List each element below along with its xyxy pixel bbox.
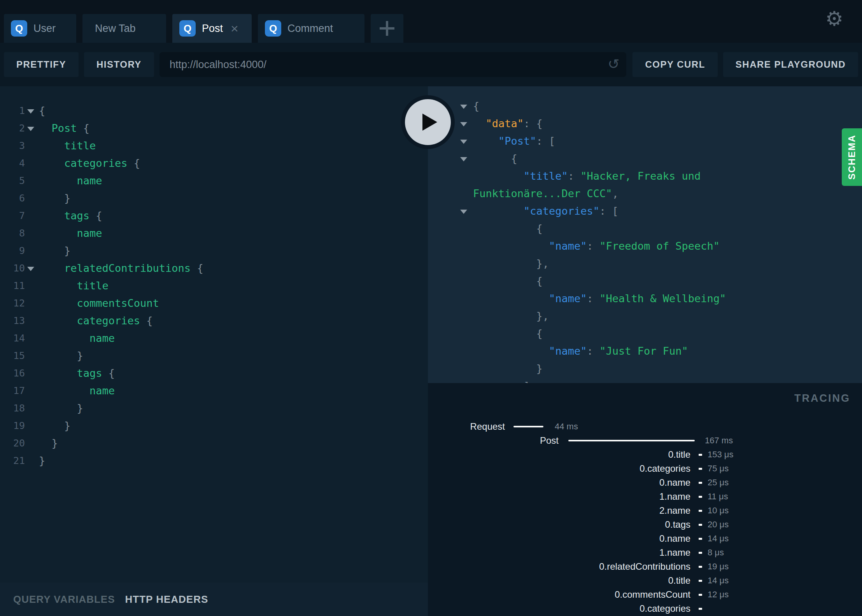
editor-line: 16tags { (0, 364, 428, 382)
response-line: "data": { (428, 115, 862, 132)
trace-label: 0.name (428, 533, 690, 544)
endpoint-url-input[interactable] (159, 52, 627, 77)
trace-dash-icon (699, 580, 702, 582)
trace-duration-value: 14 μs (708, 534, 729, 544)
collapse-arrow-icon[interactable] (460, 122, 467, 126)
line-number: 17 (0, 382, 25, 399)
collapse-arrow-icon[interactable] (460, 105, 467, 109)
close-tab-icon[interactable]: × (231, 22, 238, 35)
trace-dash-icon (699, 496, 702, 498)
editor-line: 4categories { (0, 154, 428, 172)
trace-label: 1.name (428, 491, 690, 502)
share-playground-button[interactable]: SHARE PLAYGROUND (723, 52, 858, 77)
query-pane: 1{2Post {3title4categories {5name6}7tags… (0, 86, 428, 616)
editor-line: 17name (0, 382, 428, 399)
fold-arrow-icon[interactable] (27, 267, 34, 271)
response-line: ] (428, 377, 862, 383)
trace-label: Post (428, 435, 559, 446)
tab-comment[interactable]: QComment (258, 14, 364, 43)
line-number: 3 (0, 137, 25, 154)
trace-duration-value: 44 ms (555, 422, 578, 432)
trace-row: 1.name8 μs (428, 546, 862, 560)
query-editor[interactable]: 1{2Post {3title4categories {5name6}7tags… (0, 86, 428, 583)
trace-label: 2.name (428, 505, 690, 516)
trace-row: 0.relatedContributions19 μs (428, 560, 862, 574)
query-badge: Q (179, 20, 196, 37)
trace-label: 0.relatedContributions (428, 561, 690, 572)
query-badge: Q (11, 20, 27, 37)
schema-tab[interactable]: SCHEMA (842, 128, 862, 186)
trace-row: 0.name25 μs (428, 476, 862, 490)
tab-user[interactable]: QUser (4, 14, 76, 43)
response-line: { (428, 220, 862, 237)
line-number: 4 (0, 154, 25, 172)
editor-line: 20} (0, 434, 428, 452)
trace-dash-icon (699, 552, 702, 554)
settings-gear-icon[interactable]: ⚙ (825, 9, 843, 29)
response-viewer[interactable]: {"data": {"Post": [{"title": "Hacker, Fr… (428, 86, 862, 383)
copy-curl-button[interactable]: COPY CURL (632, 52, 717, 77)
execute-query-button[interactable] (401, 95, 455, 149)
response-line: } (428, 360, 862, 377)
trace-dash-icon (699, 524, 702, 526)
trace-duration-value: 75 μs (708, 464, 729, 474)
line-number: 11 (0, 277, 25, 294)
editor-line: 1{ (0, 102, 428, 119)
editor-line: 12commentsCount (0, 294, 428, 312)
toolbar: PRETTIFY HISTORY ↺ COPY CURL SHARE PLAYG… (0, 43, 862, 86)
tracing-panel: TRACING Request44 msPost167 ms0.title153… (428, 383, 862, 616)
add-tab-button[interactable] (371, 14, 403, 43)
tab-post[interactable]: QPost× (172, 14, 252, 43)
trace-duration-value: 25 μs (708, 478, 729, 488)
response-line: "name": "Just For Fun" (428, 342, 862, 360)
trace-label: 0.title (428, 449, 690, 460)
fold-arrow-icon[interactable] (27, 127, 34, 131)
editor-line: 2Post { (0, 119, 428, 137)
trace-label: 0.categories (428, 603, 690, 614)
trace-label: 0.categories (428, 463, 690, 474)
play-icon (405, 99, 451, 145)
editor-line: 14name (0, 329, 428, 347)
line-number: 9 (0, 242, 25, 259)
line-number: 7 (0, 207, 25, 224)
trace-label: 0.commentsCount (428, 589, 690, 600)
response-line: "name": "Health & Wellbeing" (428, 290, 862, 307)
fold-arrow-icon[interactable] (27, 109, 34, 114)
line-number: 2 (0, 119, 25, 137)
tab-bar: QUserNew TabQPost×QComment ⚙ (0, 0, 862, 43)
query-variables-tab[interactable]: QUERY VARIABLES (13, 593, 115, 606)
trace-duration-value: 153 μs (708, 450, 734, 460)
tab-new-tab[interactable]: New Tab (82, 14, 166, 43)
line-number: 6 (0, 189, 25, 207)
editor-line: 13categories { (0, 312, 428, 329)
http-headers-tab[interactable]: HTTP HEADERS (125, 593, 208, 606)
editor-line: 7tags { (0, 207, 428, 224)
reload-icon[interactable]: ↺ (608, 56, 619, 72)
trace-row: 2.name10 μs (428, 504, 862, 518)
editor-line: 10relatedContributions { (0, 259, 428, 277)
line-number: 8 (0, 224, 25, 242)
trace-dash-icon (699, 454, 702, 456)
line-number: 14 (0, 329, 25, 347)
trace-row: 0.tags20 μs (428, 518, 862, 532)
trace-duration-value: 8 μs (708, 548, 724, 558)
collapse-arrow-icon[interactable] (460, 140, 467, 144)
line-number: 18 (0, 399, 25, 417)
collapse-arrow-icon[interactable] (460, 210, 467, 214)
trace-row: 0.categories75 μs (428, 462, 862, 476)
editor-line: 8name (0, 224, 428, 242)
collapse-arrow-icon[interactable] (460, 157, 467, 161)
editor-line: 6} (0, 189, 428, 207)
history-button[interactable]: HISTORY (84, 52, 154, 77)
response-line: Funktionäre...Der CCC", (428, 185, 862, 202)
trace-dash-icon (699, 482, 702, 484)
line-number: 20 (0, 434, 25, 452)
trace-duration-value: 14 μs (708, 576, 729, 586)
trace-row: 0.title153 μs (428, 448, 862, 462)
trace-dash-icon (699, 468, 702, 470)
line-number: 15 (0, 347, 25, 364)
response-line: { (428, 97, 862, 115)
response-line: { (428, 325, 862, 342)
trace-duration-bar (513, 426, 543, 427)
prettify-button[interactable]: PRETTIFY (4, 52, 79, 77)
